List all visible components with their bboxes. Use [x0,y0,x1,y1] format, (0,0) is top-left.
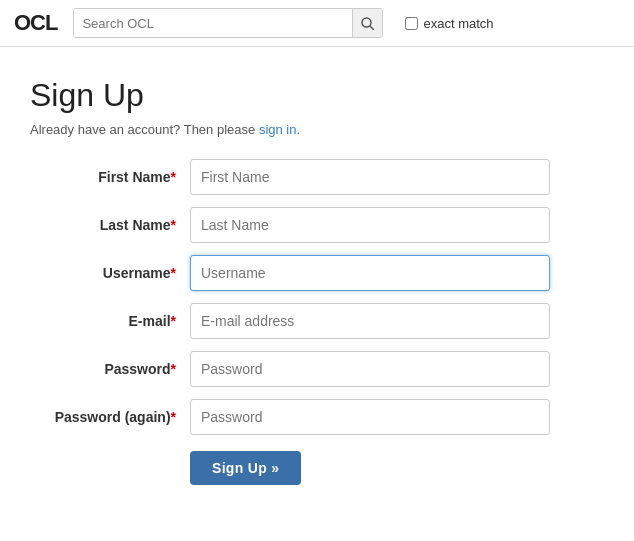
form-row-last-name: Last Name* [30,207,604,243]
required-star: * [171,217,176,233]
input-username[interactable] [190,255,550,291]
sign-in-link[interactable]: sign in. [259,122,300,137]
label-first-name: First Name* [30,169,190,185]
search-wrapper [73,8,383,38]
exact-match-label: exact match [423,16,493,31]
search-button[interactable] [352,9,382,37]
required-star: * [171,361,176,377]
required-star: * [171,409,176,425]
form-row-password: Password* [30,351,604,387]
form-row-first-name: First Name* [30,159,604,195]
label-password: Password* [30,361,190,377]
exact-match-checkbox[interactable] [405,17,418,30]
submit-button[interactable]: Sign Up » [190,451,301,485]
logo: OCL [14,10,57,36]
form-row-password-again: Password (again)* [30,399,604,435]
input-first-name[interactable] [190,159,550,195]
exact-match-wrapper: exact match [405,16,493,31]
page-title: Sign Up [30,77,604,114]
main-content: Sign Up Already have an account? Then pl… [0,47,634,515]
form-row-username: Username* [30,255,604,291]
svg-line-1 [370,26,374,30]
submit-row: Sign Up » [30,451,604,485]
search-input[interactable] [74,9,352,37]
required-star: * [171,265,176,281]
svg-point-0 [362,18,371,27]
input-last-name[interactable] [190,207,550,243]
required-star: * [171,313,176,329]
input-password-again[interactable] [190,399,550,435]
input-email[interactable] [190,303,550,339]
input-password[interactable] [190,351,550,387]
required-star: * [171,169,176,185]
form-row-email: E-mail* [30,303,604,339]
label-password-again: Password (again)* [30,409,190,425]
signup-form: First Name* Last Name* Username* E-mail* [30,159,604,485]
header: OCL exact match [0,0,634,47]
label-username: Username* [30,265,190,281]
already-account-text: Already have an account? Then please sig… [30,122,604,137]
label-email: E-mail* [30,313,190,329]
search-icon [361,17,374,30]
label-last-name: Last Name* [30,217,190,233]
